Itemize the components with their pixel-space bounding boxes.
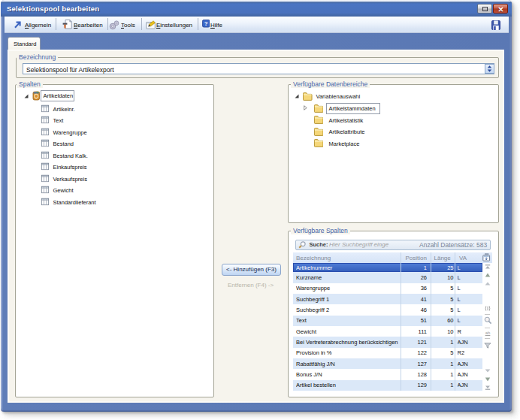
svg-text:?: ? bbox=[204, 20, 207, 27]
